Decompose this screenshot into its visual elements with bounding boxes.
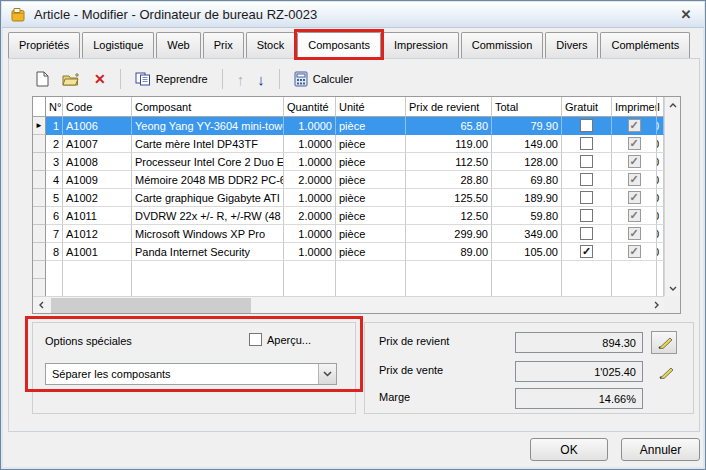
table-row[interactable]: 2 A1007 Carte mère Intel DP43TF 1.0000 p… — [33, 135, 664, 153]
table-row[interactable]: 5 A1002 Carte graphique Gigabyte ATI R 1… — [33, 189, 664, 207]
move-down-button[interactable]: ↓ — [254, 69, 268, 90]
cell-quantite: 1.0000 — [284, 117, 336, 135]
header-gratuit[interactable]: Gratuit — [562, 97, 612, 117]
arrow-up-icon: ↑ — [237, 71, 245, 88]
table-empty-area — [33, 261, 664, 296]
imprimer-cell — [612, 135, 657, 153]
gratuit-cell[interactable] — [562, 135, 612, 153]
cell-unite: pièce — [336, 225, 406, 243]
scroll-down-icon[interactable] — [665, 280, 681, 296]
cell-num: 4 — [46, 171, 63, 189]
gratuit-checkbox[interactable] — [580, 137, 593, 150]
apercu-label: Aperçu... — [267, 334, 311, 346]
apercu-checkbox-row[interactable]: Aperçu... — [249, 333, 311, 346]
delete-button[interactable]: ✕ — [91, 70, 109, 88]
gratuit-cell[interactable] — [562, 189, 612, 207]
table-row[interactable]: 4 A1009 Mémoire 2048 MB DDR2 PC-64 2.000… — [33, 171, 664, 189]
cell-quantite: 1.0000 — [284, 243, 336, 261]
table-row[interactable]: ► 1 A1006 Yeong Yang YY-3604 mini-towe 1… — [33, 117, 664, 135]
imprimer-checkbox — [628, 245, 641, 258]
cell-unite: pièce — [336, 243, 406, 261]
toolbar: ✕ Reprendre ↑ ↓ — [33, 64, 356, 94]
gratuit-checkbox[interactable] — [580, 227, 593, 240]
open-button[interactable] — [59, 70, 84, 88]
horizontal-scrollbar[interactable] — [33, 296, 664, 313]
gratuit-checkbox[interactable] — [580, 191, 593, 204]
header-partial[interactable]: I — [657, 97, 664, 117]
scroll-left-icon[interactable] — [33, 297, 49, 313]
cell-prix-revient: 89.00 — [406, 243, 492, 261]
prix-revient-field: 894.30 — [515, 332, 643, 353]
prix-vente-label: Prix de vente — [379, 364, 443, 376]
gratuit-cell[interactable] — [562, 117, 612, 135]
tab-composants[interactable]: Composants — [297, 32, 381, 58]
header-composant[interactable]: Composant — [132, 97, 284, 117]
tab-logistique[interactable]: Logistique — [82, 32, 154, 58]
row-selector[interactable] — [33, 243, 46, 261]
apercu-checkbox[interactable] — [249, 333, 262, 346]
row-selector[interactable] — [33, 153, 46, 171]
row-selector[interactable] — [33, 171, 46, 189]
tab-web[interactable]: Web — [156, 32, 200, 58]
options-dropdown[interactable]: Séparer les composants — [45, 363, 337, 385]
scrollbar-thumb[interactable] — [51, 298, 251, 313]
header-quantite[interactable]: Quantité — [284, 97, 336, 117]
row-selector[interactable] — [33, 135, 46, 153]
row-selector[interactable]: ► — [33, 117, 46, 135]
header-total[interactable]: Total — [492, 97, 562, 117]
tab-prix[interactable]: Prix — [203, 32, 244, 58]
tab-complements[interactable]: Compléments — [600, 32, 690, 58]
scroll-right-icon[interactable] — [648, 297, 664, 313]
edit-prix-vente-button[interactable] — [653, 362, 677, 382]
cell-quantite: 1.0000 — [284, 189, 336, 207]
cell-quantite: 2.0000 — [284, 171, 336, 189]
gratuit-checkbox[interactable] — [580, 245, 593, 258]
header-code[interactable]: Code — [63, 97, 132, 117]
cell-quantite: 1.0000 — [284, 135, 336, 153]
gratuit-cell[interactable] — [562, 153, 612, 171]
tab-proprietes[interactable]: Propriétés — [8, 32, 80, 58]
imprimer-cell — [612, 243, 657, 261]
cell-composant: Yeong Yang YY-3604 mini-towe — [132, 117, 284, 135]
scroll-up-icon[interactable] — [665, 97, 681, 113]
tab-impression[interactable]: Impression — [383, 32, 459, 58]
gratuit-cell[interactable] — [562, 171, 612, 189]
table-row[interactable]: 7 A1012 Microsoft Windows XP Pro 1.0000 … — [33, 225, 664, 243]
cell-prix-revient: 112.50 — [406, 153, 492, 171]
toolbar-separator — [279, 69, 280, 89]
components-table: N° Code Composant Quantité Unité Prix de… — [32, 96, 681, 314]
tab-stock[interactable]: Stock — [246, 32, 296, 58]
ok-button[interactable]: OK — [530, 438, 608, 461]
new-button[interactable] — [33, 69, 52, 89]
gratuit-cell[interactable] — [562, 243, 612, 261]
header-imprimer[interactable]: Imprimer — [612, 97, 657, 117]
gratuit-checkbox[interactable] — [580, 173, 593, 186]
cell-num: 3 — [46, 153, 63, 171]
edit-prix-revient-button[interactable] — [651, 331, 677, 354]
calculer-button[interactable]: Calculer — [291, 69, 356, 89]
gratuit-cell[interactable] — [562, 225, 612, 243]
chevron-down-icon[interactable] — [318, 364, 336, 384]
header-prix-revient[interactable]: Prix de revient — [406, 97, 492, 117]
title-bar[interactable]: Article - Modifier - Ordinateur de burea… — [2, 2, 704, 28]
tab-divers[interactable]: Divers — [545, 32, 598, 58]
gratuit-checkbox[interactable] — [580, 155, 593, 168]
tab-commission[interactable]: Commission — [461, 32, 544, 58]
reprendre-button[interactable]: Reprendre — [132, 70, 211, 88]
header-unite[interactable]: Unité — [336, 97, 406, 117]
gratuit-checkbox[interactable] — [580, 119, 593, 132]
table-row[interactable]: 6 A1011 DVDRW 22x +/- R, +/-RW (48 2.000… — [33, 207, 664, 225]
table-row[interactable]: 8 A1001 Panda Internet Security 1.0000 p… — [33, 243, 664, 261]
close-icon[interactable]: ✕ — [676, 6, 696, 24]
vertical-scrollbar[interactable] — [664, 97, 680, 296]
header-num[interactable]: N° — [46, 97, 63, 117]
gratuit-checkbox[interactable] — [580, 209, 593, 222]
gratuit-cell[interactable] — [562, 207, 612, 225]
row-selector[interactable] — [33, 189, 46, 207]
prix-revient-row: Prix de revient 894.30 — [365, 332, 693, 354]
cell-composant: Processeur Intel Core 2 Duo E8 — [132, 153, 284, 171]
table-row[interactable]: 3 A1008 Processeur Intel Core 2 Duo E8 1… — [33, 153, 664, 171]
annuler-button[interactable]: Annuler — [621, 438, 700, 461]
row-selector[interactable] — [33, 207, 46, 225]
row-selector[interactable] — [33, 225, 46, 243]
